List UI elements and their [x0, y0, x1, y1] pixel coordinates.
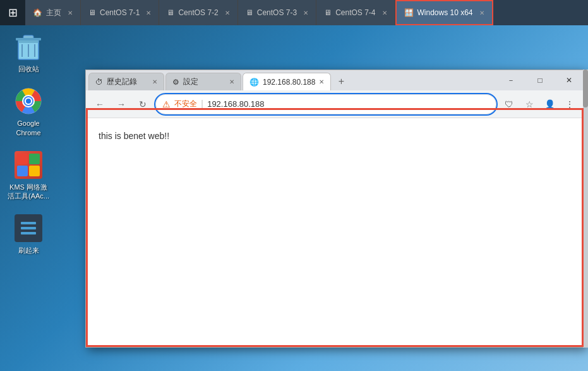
history-tab-icon: ⏱	[95, 78, 103, 87]
taskbar-tab-centos72[interactable]: 🖥 CentOS 7-2 ✕	[159, 0, 237, 25]
centos71-tab-label: CentOS 7-1	[100, 8, 140, 17]
google-chrome-icon[interactable]: Google Chrome	[6, 86, 51, 137]
menu-icon: ⋮	[565, 99, 574, 109]
settings-tab-icon: ⚙	[172, 78, 179, 87]
close-button[interactable]: ✕	[555, 70, 584, 90]
taskbar-tabs: 🏠 主页 ✕ 🖥 CentOS 7-1 ✕ 🖥 CentOS 7-2 ✕ 🖥 C…	[25, 0, 588, 25]
minimize-button[interactable]: －	[496, 70, 525, 90]
forward-button[interactable]: →	[112, 95, 130, 113]
taskbar-tab-win10[interactable]: 🪟 Windows 10 x64 ✕	[395, 0, 493, 25]
desktop-icons: 回收站	[6, 32, 51, 255]
web-content: this is benet web!!	[86, 118, 584, 347]
home-tab-close[interactable]: ✕	[68, 9, 73, 16]
win10-tab-close[interactable]: ✕	[479, 9, 484, 16]
back-icon: ←	[95, 99, 104, 109]
centos72-tab-label: CentOS 7-2	[178, 8, 218, 17]
shield-button[interactable]: 🛡	[500, 95, 518, 113]
settings-tab-label: 設定	[183, 76, 225, 87]
centos74-tab-label: CentOS 7-4	[335, 8, 375, 17]
taskbar-tab-centos71[interactable]: 🖥 CentOS 7-1 ✕	[81, 0, 159, 25]
brush-tool-icon[interactable]: 刷起来	[6, 213, 51, 255]
url-text: 192.168.80.188	[207, 99, 264, 109]
svg-rect-13	[21, 222, 36, 224]
tab-ip[interactable]: 🌐 192.168.80.188 ✕	[243, 73, 331, 90]
centos74-tab-close[interactable]: ✕	[382, 9, 387, 16]
kms-label: KMS 网络激活工具(AAc...	[6, 183, 51, 201]
address-separator: |	[201, 99, 203, 110]
svg-rect-6	[16, 38, 41, 40]
minimize-icon: －	[507, 75, 515, 86]
account-icon: 👤	[544, 99, 555, 109]
brush-label: 刷起来	[18, 246, 39, 255]
reload-icon: ↻	[139, 99, 147, 109]
recycle-bin-icon[interactable]: 回收站	[6, 32, 51, 73]
centos73-tab-close[interactable]: ✕	[303, 9, 308, 16]
brush-image	[13, 213, 44, 243]
chrome-tabs: ⏱ 歷史記錄 ✕ ⚙ 設定 ✕ 🌐 192.168.80.188 ✕ +	[86, 70, 350, 90]
centos74-tab-icon: 🖥	[324, 8, 332, 17]
bookmark-button[interactable]: ☆	[520, 95, 538, 113]
win10-tab-label: Windows 10 x64	[417, 8, 473, 17]
taskbar: ⊞ 🏠 主页 ✕ 🖥 CentOS 7-1 ✕ 🖥 CentOS 7-2 ✕ 🖥…	[0, 0, 588, 25]
chrome-image	[13, 86, 44, 116]
new-tab-icon: +	[339, 76, 344, 87]
window-controls: － □ ✕	[496, 70, 584, 90]
start-button[interactable]: ⊞	[0, 0, 25, 25]
ip-tab-close[interactable]: ✕	[319, 78, 324, 85]
chrome-label: Google Chrome	[6, 119, 51, 137]
security-text: 不安全	[174, 99, 197, 109]
address-bar[interactable]: ⚠ 不安全 | 192.168.80.188	[155, 94, 496, 114]
centos73-tab-label: CentOS 7-3	[257, 8, 297, 17]
menu-button[interactable]: ⋮	[561, 95, 579, 113]
scrollbar-track[interactable]	[583, 70, 588, 348]
reload-button[interactable]: ↻	[134, 95, 152, 113]
ip-tab-icon: 🌐	[249, 78, 259, 87]
win10-tab-icon: 🪟	[404, 8, 414, 17]
page-text: this is benet web!!	[99, 131, 169, 141]
close-icon: ✕	[566, 76, 572, 85]
shield-icon: 🛡	[505, 99, 513, 109]
svg-rect-15	[21, 232, 36, 234]
history-tab-close[interactable]: ✕	[152, 78, 157, 85]
account-button[interactable]: 👤	[541, 95, 558, 113]
chrome-window: ⏱ 歷史記錄 ✕ ⚙ 設定 ✕ 🌐 192.168.80.188 ✕ +	[85, 70, 584, 348]
home-tab-label: 主页	[46, 8, 61, 18]
taskbar-tab-home[interactable]: 🏠 主页 ✕	[25, 0, 81, 25]
maximize-icon: □	[537, 76, 542, 85]
window-titlebar: ⏱ 歷史記錄 ✕ ⚙ 設定 ✕ 🌐 192.168.80.188 ✕ +	[86, 70, 584, 90]
centos72-tab-icon: 🖥	[167, 8, 174, 17]
security-warning-icon: ⚠	[162, 99, 171, 109]
toolbar-right: 🛡 ☆ 👤 ⋮	[500, 95, 579, 113]
home-tab-icon: 🏠	[33, 8, 42, 17]
recycle-bin-label: 回收站	[18, 64, 39, 73]
scrollbar-thumb[interactable]	[583, 70, 588, 107]
tab-history[interactable]: ⏱ 歷史記錄 ✕	[88, 73, 164, 90]
new-tab-button[interactable]: +	[332, 73, 350, 90]
kms-image	[13, 150, 44, 180]
start-icon: ⊞	[8, 6, 18, 20]
back-button[interactable]: ←	[91, 95, 109, 113]
history-tab-label: 歷史記錄	[107, 76, 148, 87]
svg-rect-14	[21, 227, 36, 229]
tab-settings[interactable]: ⚙ 設定 ✕	[165, 73, 241, 90]
chrome-toolbar: ← → ↻ ⚠ 不安全 | 192.168.80.188 🛡 ☆	[86, 90, 584, 118]
desktop: ⊞ 🏠 主页 ✕ 🖥 CentOS 7-1 ✕ 🖥 CentOS 7-2 ✕ 🖥…	[0, 0, 588, 371]
bookmark-icon: ☆	[525, 99, 534, 109]
centos72-tab-close[interactable]: ✕	[225, 9, 230, 16]
recycle-bin-image	[13, 32, 44, 62]
centos71-tab-close[interactable]: ✕	[146, 9, 151, 16]
kms-tool-icon[interactable]: KMS 网络激活工具(AAc...	[6, 150, 51, 201]
forward-icon: →	[117, 99, 126, 109]
ip-tab-label: 192.168.80.188	[263, 78, 315, 87]
svg-point-12	[26, 99, 31, 104]
taskbar-tab-centos73[interactable]: 🖥 CentOS 7-3 ✕	[238, 0, 316, 25]
maximize-button[interactable]: □	[525, 70, 555, 90]
taskbar-tab-centos74[interactable]: 🖥 CentOS 7-4 ✕	[316, 0, 395, 25]
centos71-tab-icon: 🖥	[88, 8, 96, 17]
settings-tab-close[interactable]: ✕	[229, 78, 234, 85]
centos73-tab-icon: 🖥	[246, 8, 253, 17]
